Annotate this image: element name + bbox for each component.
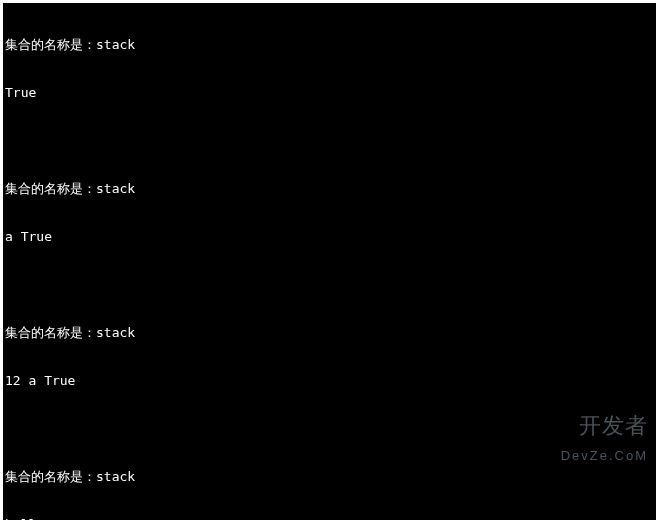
output-line: hello 12 a True — [5, 517, 656, 520]
output-line: a True — [5, 229, 656, 245]
output-line: 集合的名称是：stack — [5, 325, 656, 341]
output-line: True — [5, 85, 656, 101]
console-window: 集合的名称是：stack True 集合的名称是：stack a True 集合… — [3, 3, 656, 520]
output-line: 12 a True — [5, 373, 656, 389]
output-line — [5, 277, 656, 293]
output-line: 集合的名称是：stack — [5, 181, 656, 197]
output-line — [5, 421, 656, 437]
output-line: 集合的名称是：stack — [5, 37, 656, 53]
output-line: 集合的名称是：stack — [5, 469, 656, 485]
output-line — [5, 133, 656, 149]
watermark-sub: DevZe.CoM — [551, 448, 648, 464]
